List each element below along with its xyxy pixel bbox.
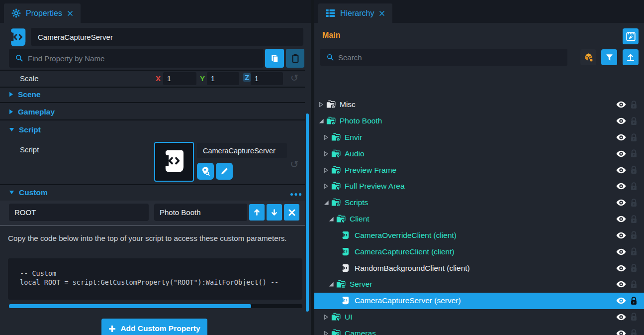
filter-button[interactable]: [601, 49, 617, 65]
lock-icon[interactable]: [630, 280, 638, 289]
hierarchy-row[interactable]: Full Preview Area: [314, 178, 644, 195]
visibility-eye-icon[interactable]: [616, 216, 626, 223]
reset-script-icon[interactable]: ↺: [290, 159, 299, 169]
tab-properties[interactable]: Properties: [4, 3, 81, 23]
hierarchy-row[interactable]: Server: [314, 276, 644, 293]
scene-preview-button[interactable]: [623, 28, 639, 44]
lock-icon[interactable]: [630, 101, 638, 109]
hierarchy-panel: Hierarchy Main: [314, 0, 644, 335]
lock-icon[interactable]: [630, 182, 638, 191]
custom-property-name-input[interactable]: [9, 204, 149, 221]
visibility-eye-icon[interactable]: [616, 150, 626, 157]
more-options-icon[interactable]: [290, 189, 302, 198]
find-script-button[interactable]: [197, 163, 214, 180]
visibility-eye-icon[interactable]: [616, 232, 626, 239]
hierarchy-row[interactable]: Photo Booth: [314, 113, 644, 129]
expand-arrow-icon[interactable]: [323, 151, 330, 157]
lock-icon[interactable]: [630, 117, 638, 125]
move-down-button[interactable]: [267, 204, 282, 221]
visibility-eye-icon[interactable]: [616, 314, 626, 321]
networked-filter-button[interactable]: [580, 49, 596, 65]
lock-icon[interactable]: [630, 264, 638, 272]
copy-properties-button[interactable]: [265, 49, 284, 68]
object-name-input[interactable]: [31, 28, 303, 46]
visibility-eye-icon[interactable]: [616, 199, 626, 206]
delete-custom-property-button[interactable]: [284, 204, 299, 221]
visibility-eye-icon[interactable]: [616, 248, 626, 255]
add-custom-property-button[interactable]: Add Custom Property: [101, 319, 207, 335]
scale-y-input[interactable]: [207, 72, 239, 85]
hierarchy-row[interactable]: Preview Frame: [314, 162, 644, 178]
script-thumbnail[interactable]: [154, 142, 194, 182]
visibility-eye-icon[interactable]: [616, 167, 626, 174]
visibility-eye-icon[interactable]: [616, 330, 626, 335]
hierarchy-row[interactable]: CameraOverrideClient (client): [314, 227, 644, 244]
visibility-eye-icon[interactable]: [616, 297, 626, 304]
chevron-right-icon: [9, 92, 13, 97]
row-type-icon: [331, 198, 341, 207]
lock-icon[interactable]: [630, 313, 638, 321]
lock-icon[interactable]: [630, 231, 638, 239]
expand-arrow-icon[interactable]: [318, 102, 325, 108]
property-search-input[interactable]: [9, 49, 264, 68]
close-icon[interactable]: [379, 10, 385, 16]
tab-hierarchy[interactable]: Hierarchy: [318, 3, 392, 23]
section-scene[interactable]: Scene: [0, 87, 305, 103]
section-custom[interactable]: Custom: [0, 184, 305, 201]
row-type-icon: [336, 215, 346, 223]
lock-icon[interactable]: [630, 149, 638, 158]
horizontal-scrollbar-thumb[interactable]: [9, 304, 251, 308]
section-script[interactable]: Script: [0, 121, 305, 138]
scale-z-input[interactable]: [251, 72, 283, 85]
x-icon: [288, 209, 295, 216]
reset-scale-icon[interactable]: ↺: [290, 73, 298, 83]
lock-icon[interactable]: [630, 199, 638, 207]
expand-arrow-icon[interactable]: [328, 216, 335, 222]
visibility-eye-icon[interactable]: [616, 117, 626, 124]
lock-icon[interactable]: [630, 133, 638, 142]
visibility-eye-icon[interactable]: [616, 265, 626, 272]
section-gameplay[interactable]: Gameplay: [0, 104, 305, 120]
expand-arrow-icon[interactable]: [318, 118, 325, 124]
expand-arrow-icon[interactable]: [323, 331, 330, 335]
export-button[interactable]: [623, 49, 639, 65]
hierarchy-row[interactable]: Envir: [314, 129, 644, 146]
close-icon[interactable]: [67, 10, 73, 16]
hierarchy-search-input[interactable]: [320, 49, 567, 66]
expand-arrow-icon[interactable]: [328, 281, 335, 287]
hierarchy-row[interactable]: RandomBackgroundClient (client): [314, 260, 644, 276]
visibility-eye-icon[interactable]: [616, 134, 626, 141]
hierarchy-row[interactable]: Scripts: [314, 195, 644, 211]
custom-property-value-input[interactable]: [154, 204, 247, 221]
expand-arrow-icon[interactable]: [323, 183, 330, 189]
copy-icon: [270, 54, 279, 63]
edit-script-button[interactable]: [216, 163, 233, 180]
lock-icon[interactable]: [630, 297, 638, 305]
expand-arrow-icon[interactable]: [323, 200, 330, 206]
vertical-scrollbar-thumb[interactable]: [306, 113, 309, 312]
lock-icon[interactable]: [630, 166, 638, 174]
hierarchy-row[interactable]: Misc: [314, 97, 644, 113]
expand-arrow-icon[interactable]: [323, 134, 330, 140]
horizontal-scrollbar-track[interactable]: [9, 304, 302, 308]
scale-x-input[interactable]: [163, 72, 196, 85]
expand-arrow-icon[interactable]: [323, 314, 330, 320]
visibility-eye-icon[interactable]: [616, 101, 626, 108]
lock-icon[interactable]: [630, 329, 638, 335]
visibility-eye-icon[interactable]: [616, 281, 626, 288]
row-type-icon: [331, 133, 341, 142]
hierarchy-row[interactable]: UI: [314, 309, 644, 326]
paste-properties-button[interactable]: [286, 49, 304, 68]
row-label: Photo Booth: [340, 116, 382, 125]
visibility-eye-icon[interactable]: [616, 183, 626, 190]
expand-arrow-icon[interactable]: [323, 167, 330, 173]
hierarchy-row[interactable]: CameraCaptureClient (client): [314, 243, 644, 260]
hierarchy-row[interactable]: Client: [314, 211, 644, 227]
move-up-button[interactable]: [249, 204, 265, 221]
hierarchy-row[interactable]: Cameras: [314, 325, 644, 335]
lock-icon[interactable]: [630, 247, 638, 256]
hierarchy-row[interactable]: Audio: [314, 145, 644, 162]
hierarchy-row[interactable]: CameraCaptureServer (server): [314, 293, 644, 309]
script-reference-input[interactable]: [197, 143, 287, 158]
lock-icon[interactable]: [630, 215, 638, 223]
